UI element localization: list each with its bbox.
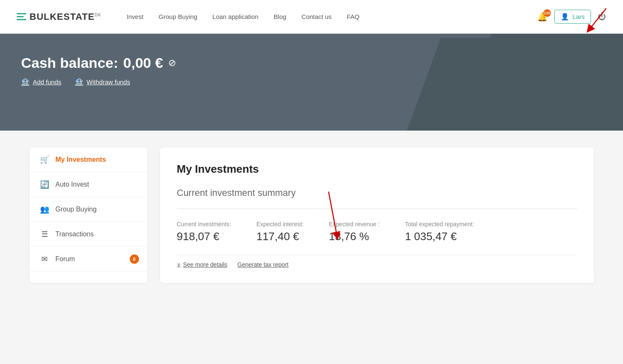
nav-invest[interactable]: Invest xyxy=(127,13,144,20)
stat-expected-interest: Expected interest: 117,40 € xyxy=(257,221,304,243)
cash-balance-label: Cash balance: xyxy=(21,55,118,71)
transactions-icon: ☰ xyxy=(40,230,50,239)
nav-group-buying[interactable]: Group Buying xyxy=(159,13,198,20)
logout-button[interactable]: ⏻ xyxy=(598,12,606,21)
withdraw-funds-icon: 🏦 xyxy=(75,78,83,86)
summary-title: Current investment summary xyxy=(177,187,577,198)
main-nav: Invest Group Buying Loan application Blo… xyxy=(127,13,537,20)
stat-value-0: 918,07 € xyxy=(177,230,231,243)
user-menu-button[interactable]: 👤 Lars xyxy=(554,10,591,24)
sidebar-item-my-investments[interactable]: 🛒 My Investments xyxy=(29,147,147,172)
sidebar-label-group-buying: Group Buying xyxy=(56,206,97,213)
stat-expected-revenue: Expected revenue : 13,76 % xyxy=(329,221,380,243)
user-icon: 👤 xyxy=(561,13,569,21)
generate-tax-label: Generate tax report xyxy=(238,261,289,268)
logo[interactable]: BULKESTATEDK xyxy=(17,11,102,22)
main-content: My Investments Current investment summar… xyxy=(160,147,594,283)
notifications-button[interactable]: 🔔 110 xyxy=(537,12,548,22)
stats-row: Current investments: 918,07 € Expected i… xyxy=(177,221,577,243)
user-name: Lars xyxy=(572,13,585,20)
nav-loan-application[interactable]: Loan application xyxy=(212,13,258,20)
see-more-label: See more details xyxy=(183,261,227,268)
sidebar: 🛒 My Investments 🔄 Auto Invest 👥 Group B… xyxy=(29,147,147,283)
stat-value-3: 1 035,47 € xyxy=(405,230,474,243)
withdraw-funds-link[interactable]: 🏦 Withdraw funds xyxy=(75,78,130,86)
add-funds-label: Add funds xyxy=(33,78,61,86)
page-title: My Investments xyxy=(177,163,577,176)
sidebar-label-auto-invest: Auto Invest xyxy=(56,181,89,188)
summary-divider xyxy=(177,209,577,209)
see-more-details-link[interactable]: ∨ See more details xyxy=(177,261,227,268)
header-right: 🔔 110 👤 Lars ⏻ xyxy=(537,10,606,24)
investment-summary-section: Current investment summary xyxy=(177,187,577,198)
logo-text: BULKESTATEDK xyxy=(29,11,102,22)
nav-faq[interactable]: FAQ xyxy=(347,13,359,20)
stat-value-2: 13,76 % xyxy=(329,230,380,243)
forum-badge: 8 xyxy=(130,254,139,264)
stat-value-1: 117,40 € xyxy=(257,230,304,243)
main-layout: 🛒 My Investments 🔄 Auto Invest 👥 Group B… xyxy=(17,147,607,283)
sidebar-item-forum[interactable]: ✉ Forum 8 xyxy=(29,247,147,272)
auto-invest-icon: 🔄 xyxy=(40,180,50,189)
cash-balance: Cash balance: 0,00 € ⊘ xyxy=(21,55,602,71)
stat-label-3: Total expected repayment: xyxy=(405,221,474,228)
edit-balance-icon[interactable]: ⊘ xyxy=(168,58,176,69)
add-funds-icon: 🏦 xyxy=(21,78,29,86)
content-footer: ∨ See more details Generate tax report xyxy=(177,255,577,268)
sidebar-label-transactions: Transactions xyxy=(56,230,94,238)
sidebar-item-transactions[interactable]: ☰ Transactions xyxy=(29,222,147,247)
cash-balance-value: 0,00 € xyxy=(123,55,163,71)
nav-contact-us[interactable]: Contact us xyxy=(302,13,332,20)
hero-banner: Cash balance: 0,00 € ⊘ 🏦 Add funds 🏦 Wit… xyxy=(0,34,623,131)
stat-total-repayment: Total expected repayment: 1 035,47 € xyxy=(405,221,474,243)
forum-icon: ✉ xyxy=(40,254,50,264)
hero-content: Cash balance: 0,00 € ⊘ 🏦 Add funds 🏦 Wit… xyxy=(21,55,602,86)
chevron-down-icon: ∨ xyxy=(177,262,181,268)
cart-icon: 🛒 xyxy=(40,155,50,164)
add-funds-link[interactable]: 🏦 Add funds xyxy=(21,78,61,86)
header: BULKESTATEDK Invest Group Buying Loan ap… xyxy=(0,0,623,34)
sidebar-label-forum: Forum xyxy=(56,255,75,263)
withdraw-funds-label: Withdraw funds xyxy=(87,78,130,86)
sidebar-item-group-buying[interactable]: 👥 Group Buying xyxy=(29,197,147,222)
sidebar-item-auto-invest[interactable]: 🔄 Auto Invest xyxy=(29,172,147,197)
logo-icon xyxy=(17,13,26,20)
stat-current-investments: Current investments: 918,07 € xyxy=(177,221,231,243)
stat-label-1: Expected interest: xyxy=(257,221,304,228)
generate-tax-report-link[interactable]: Generate tax report xyxy=(238,261,289,268)
sidebar-label-my-investments: My Investments xyxy=(56,156,106,163)
notification-badge: 110 xyxy=(543,9,551,17)
group-buying-icon: 👥 xyxy=(40,205,50,214)
stat-label-2: Expected revenue : xyxy=(329,221,380,228)
stat-label-0: Current investments: xyxy=(177,221,231,228)
fund-actions: 🏦 Add funds 🏦 Withdraw funds xyxy=(21,78,602,86)
nav-blog[interactable]: Blog xyxy=(274,13,286,20)
power-icon: ⏻ xyxy=(598,12,606,21)
